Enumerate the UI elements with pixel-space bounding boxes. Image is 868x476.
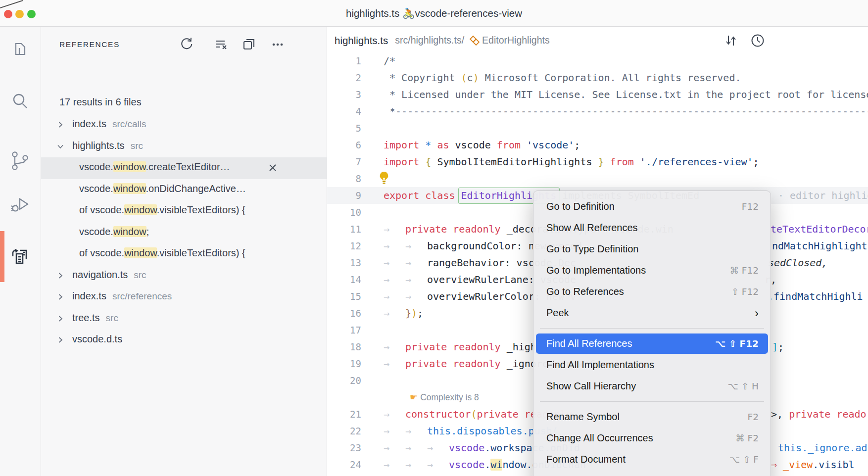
- file-path: src: [131, 141, 143, 151]
- line-number: 9: [327, 187, 361, 204]
- menu-item-go-to-definition[interactable]: Go to DefinitionF12: [533, 196, 771, 217]
- clear-results-icon[interactable]: [212, 36, 228, 52]
- line-number: 8: [327, 170, 361, 187]
- line-number: 11: [327, 221, 361, 238]
- menu-item-peek[interactable]: Peek›: [533, 302, 771, 324]
- code-line[interactable]: 1/*: [327, 52, 868, 69]
- activity-bar-item-search[interactable]: [9, 90, 32, 113]
- breadcrumb-path[interactable]: src/highlights.ts/: [395, 35, 464, 46]
- refresh-icon[interactable]: [179, 36, 194, 52]
- chevron-down-icon[interactable]: [56, 142, 65, 153]
- reference-result-row[interactable]: vscode.window.onDidChangeActive…: [41, 179, 327, 201]
- file-path: src: [106, 313, 118, 323]
- breadcrumb-symbol[interactable]: EditorHighlights: [482, 35, 550, 46]
- menu-item-go-to-implementations[interactable]: Go to Implementations⌘ F12: [533, 260, 771, 281]
- code-line[interactable]: 4 *-------------------------------------…: [327, 103, 868, 120]
- menu-shortcut: ⌘ F2: [735, 428, 759, 449]
- line-number: 23: [327, 439, 361, 456]
- activity-bar-item-explorer[interactable]: [9, 41, 32, 63]
- chevron-right-icon[interactable]: [56, 292, 65, 303]
- line-number: 21: [327, 406, 361, 423]
- reference-result-row[interactable]: vscode.window;: [41, 222, 327, 244]
- code-line[interactable]: 5: [327, 120, 868, 137]
- reference-file-row[interactable]: navigation.tssrc: [41, 265, 327, 287]
- code-fragment: >, private reado: [771, 406, 867, 423]
- code-text: →});: [384, 305, 423, 322]
- menu-item-find-all-implementations[interactable]: Find All Implementations: [533, 354, 771, 376]
- file-path: src/calls: [112, 119, 146, 129]
- line-number: 20: [327, 372, 361, 389]
- open-changes-icon[interactable]: [723, 33, 738, 48]
- reference-result-row[interactable]: of vscode.window.visibleTextEditors) {: [41, 243, 327, 265]
- line-number: 2: [327, 69, 361, 86]
- line-number: 4: [327, 103, 361, 120]
- reference-result-row[interactable]: vscode.window.createTextEditor…: [41, 157, 327, 179]
- breadcrumb-file[interactable]: highlights.ts: [335, 35, 388, 47]
- code-fragment: .findMatchHighli: [768, 288, 863, 305]
- symbol-class-icon: [469, 35, 480, 46]
- line-number: 7: [327, 153, 361, 170]
- reference-result-row[interactable]: of vscode.window.visibleTextEditors) {: [41, 200, 327, 222]
- menu-shortcut: ⌥ ⇧ H: [728, 376, 759, 397]
- menu-item-show-all-references[interactable]: Show All References: [533, 217, 771, 238]
- line-number: 6: [327, 137, 361, 153]
- code-text: *---------------------------------------…: [384, 103, 868, 120]
- activity-bar-item-run-debug[interactable]: [9, 193, 32, 216]
- breadcrumb: highlights.ts src/highlights.ts/ EditorH…: [327, 26, 868, 54]
- code-text: * Copyright (c) Microsoft Corporation. A…: [384, 69, 741, 86]
- reference-file-row[interactable]: index.tssrc/references: [41, 286, 327, 308]
- chevron-right-icon[interactable]: [56, 120, 65, 131]
- timeline-icon[interactable]: [750, 33, 765, 48]
- pointing-hand-icon: ☛: [410, 392, 418, 402]
- reference-file-row[interactable]: tree.tssrc: [41, 308, 327, 330]
- line-number: 1: [327, 52, 361, 69]
- menu-item-rename-symbol[interactable]: Rename SymbolF2: [533, 406, 771, 428]
- activity-bar-item-source-control[interactable]: [9, 149, 32, 172]
- file-name: navigation.tssrc: [72, 269, 146, 281]
- menu-item-go-to-references[interactable]: Go to References⇧ F12: [533, 281, 771, 302]
- code-text: import * as vscode from 'vscode';: [384, 137, 580, 153]
- menu-shortcut: F2: [748, 406, 759, 428]
- code-fragment: · editor highlights: [778, 187, 868, 204]
- menu-separator: [533, 324, 771, 333]
- code-line[interactable]: 6import * as vscode from 'vscode';: [327, 137, 868, 153]
- result-text: vscode.window.onDidChangeActive…: [79, 183, 246, 194]
- file-name: vscode.d.ts: [72, 333, 122, 345]
- menu-item-format-document[interactable]: Format Document⌥ ⇧ F: [533, 449, 771, 470]
- menu-shortcut: ⌥ ⇧ F12: [715, 333, 759, 354]
- lightbulb-icon[interactable]: [379, 171, 389, 187]
- chevron-right-icon[interactable]: [56, 271, 65, 282]
- code-fragment: teTextEditorDecor: [771, 221, 868, 238]
- code-line[interactable]: 8: [327, 170, 868, 187]
- file-path: src/references: [112, 291, 172, 301]
- code-line[interactable]: 2 * Copyright (c) Microsoft Corporation.…: [327, 69, 868, 86]
- collapse-all-icon[interactable]: [241, 36, 257, 52]
- menu-item-show-call-hierarchy[interactable]: Show Call Hierarchy⌥ ⇧ H: [533, 376, 771, 397]
- menu-item-change-all-occurrences[interactable]: Change All Occurrences⌘ F2: [533, 428, 771, 449]
- file-name: index.tssrc/calls: [72, 118, 146, 130]
- more-actions-icon[interactable]: [270, 36, 286, 52]
- chevron-right-icon[interactable]: [56, 335, 65, 346]
- line-number: 3: [327, 86, 361, 103]
- menu-separator: [533, 397, 771, 406]
- code-line[interactable]: 3 * Licensed under the MIT License. See …: [327, 86, 868, 103]
- menu-shortcut: F12: [742, 196, 759, 217]
- menu-shortcut: ⌘ F12: [729, 260, 759, 281]
- code-line[interactable]: 7import { SymbolItemEditorHighlights } f…: [327, 153, 868, 170]
- result-text: of vscode.window.visibleTextEditors) {: [79, 204, 245, 216]
- reference-file-row[interactable]: vscode.d.ts: [41, 330, 327, 351]
- file-name: tree.tssrc: [72, 312, 118, 324]
- code-fragment: sedClosed,: [768, 254, 827, 271]
- line-number: 19: [327, 355, 361, 372]
- line-number: 13: [327, 254, 361, 271]
- code-fragment: this._ignore.ad: [778, 439, 868, 456]
- dismiss-result-icon[interactable]: [268, 163, 278, 173]
- activity-bar-item-references-view[interactable]: [9, 245, 32, 268]
- menu-item-go-to-type-definition[interactable]: Go to Type Definition: [533, 238, 771, 260]
- code-text: →→this.disposables.push(: [384, 423, 558, 439]
- menu-item-find-all-references[interactable]: Find All References⌥ ⇧ F12: [533, 333, 771, 354]
- reference-file-row[interactable]: highlights.tssrc: [41, 136, 327, 158]
- chevron-right-icon[interactable]: [56, 314, 65, 325]
- reference-file-row[interactable]: index.tssrc/calls: [41, 114, 327, 136]
- code-fragment: ⇒ _view.visibl: [771, 456, 855, 473]
